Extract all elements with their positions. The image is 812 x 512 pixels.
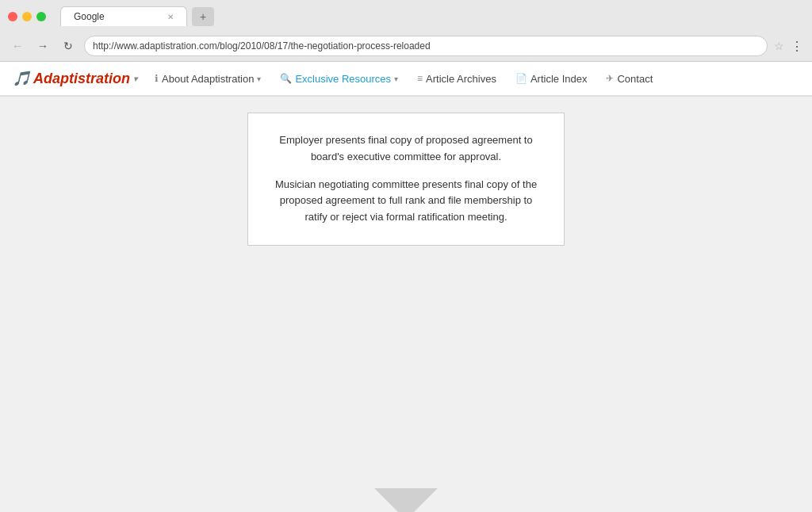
- tab-close-icon[interactable]: ✕: [167, 13, 174, 21]
- bookmark-icon[interactable]: ☆: [774, 40, 784, 52]
- content-paragraph-1: Employer presents final copy of proposed…: [272, 132, 540, 166]
- url-text: http://www.adaptistration.com/blog/2010/…: [93, 40, 431, 52]
- tab-bar: Google ✕ +: [60, 6, 214, 26]
- nav-contact[interactable]: ✈ Contact: [598, 61, 661, 96]
- new-tab-button[interactable]: +: [192, 7, 214, 26]
- page-content: Employer presents final copy of proposed…: [0, 97, 812, 512]
- minimize-button[interactable]: [22, 12, 32, 21]
- close-button[interactable]: [8, 12, 17, 21]
- contact-icon: ✈: [606, 73, 614, 84]
- content-card: Employer presents final copy of proposed…: [247, 113, 565, 246]
- exclusive-chevron-icon: ▾: [394, 75, 398, 83]
- nav-about-label: About Adaptistration: [162, 73, 254, 85]
- maximize-button[interactable]: [36, 12, 46, 21]
- browser-tab[interactable]: Google ✕: [60, 6, 187, 26]
- nav-archives-label: Article Archives: [426, 73, 496, 85]
- title-bar: Google ✕ +: [0, 0, 812, 32]
- arrow-down-icon: [374, 488, 438, 512]
- logo-dropdown-icon: ▾: [133, 75, 137, 83]
- traffic-lights: [8, 12, 46, 21]
- search-icon: 🔍: [280, 73, 292, 84]
- tab-title: Google: [74, 11, 105, 22]
- nav-index[interactable]: 📄 Article Index: [508, 61, 596, 96]
- logo-icon: 🎵: [13, 70, 30, 87]
- content-paragraph-2: Musician negotiating committee presents …: [272, 177, 540, 226]
- nav-exclusive[interactable]: 🔍 Exclusive Resources ▾: [272, 61, 406, 96]
- logo-text: Adaptistration: [33, 71, 130, 87]
- nav-index-label: Article Index: [530, 73, 588, 85]
- site-navigation: 🎵 Adaptistration ▾ ℹ About Adaptistratio…: [0, 62, 812, 97]
- article-icon: 📄: [515, 73, 527, 84]
- refresh-button[interactable]: ↻: [59, 36, 78, 55]
- browser-menu-icon[interactable]: ⋮: [791, 39, 804, 54]
- info-icon: ℹ: [155, 73, 159, 84]
- nav-archives[interactable]: ≡ Article Archives: [409, 61, 504, 96]
- nav-about[interactable]: ℹ About Adaptistration ▾: [147, 61, 269, 96]
- forward-button[interactable]: →: [33, 36, 52, 55]
- back-button[interactable]: ←: [8, 36, 27, 55]
- nav-exclusive-label: Exclusive Resources: [295, 73, 391, 85]
- browser-chrome: Google ✕ + ← → ↻ http://www.adaptistrati…: [0, 0, 812, 62]
- about-chevron-icon: ▾: [257, 75, 261, 83]
- list-icon: ≡: [417, 73, 423, 84]
- nav-contact-label: Contact: [617, 73, 653, 85]
- site-logo[interactable]: 🎵 Adaptistration ▾: [13, 70, 137, 87]
- address-bar: ← → ↻ http://www.adaptistration.com/blog…: [0, 32, 812, 61]
- address-input[interactable]: http://www.adaptistration.com/blog/2010/…: [84, 36, 768, 56]
